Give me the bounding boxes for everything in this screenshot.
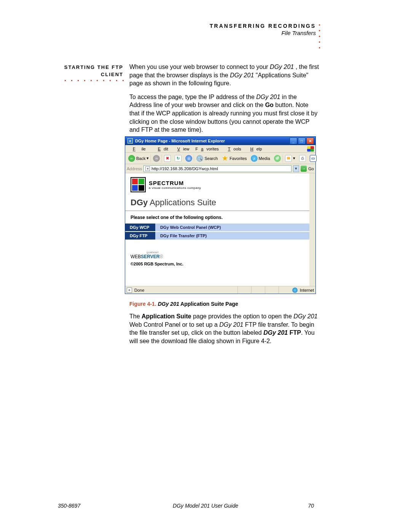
media-icon: ♪	[251, 155, 258, 162]
history-button[interactable]: ↺	[272, 154, 283, 163]
refresh-icon: ↻	[175, 155, 182, 162]
paragraph-3: The Application Suite page provides the …	[129, 312, 320, 345]
page-favicon: e	[145, 166, 150, 171]
home-icon: ⌂	[185, 155, 192, 162]
toolbar: ←Back ▾ → ✖ ↻ ⌂ 🔍Search ★Favorites ♪Medi…	[125, 153, 315, 164]
menu-tools[interactable]: Tools	[222, 147, 244, 151]
address-bar: Address e http://192.168.35.208/DGYwcp.h…	[125, 164, 315, 173]
figure-caption: Figure 4-1. DGy 201 Application Suite Pa…	[129, 301, 238, 307]
logo-text: SPECTRUM	[149, 180, 201, 186]
footer-page-number: 70	[308, 503, 314, 509]
close-button[interactable]: ✕	[306, 137, 314, 144]
favorites-button[interactable]: ★Favorites	[220, 154, 248, 163]
prompt-text: Please select one of the following optio…	[125, 215, 309, 223]
address-dropdown[interactable]: ▾	[293, 165, 299, 172]
media-button[interactable]: ♪Media	[249, 154, 272, 163]
wcp-link[interactable]: DGy WCP	[125, 224, 156, 231]
option-row-ftp: DGy FTP DGy File Transfer (FTP)	[125, 232, 309, 240]
webserver-badge: goahead WEBSERVER®	[125, 240, 309, 259]
menu-favorites[interactable]: Favorites	[193, 147, 222, 151]
ie-logo-icon: e	[127, 138, 133, 144]
margin-heading: STARTING THE FTP CLIENT	[60, 64, 123, 78]
menu-edit[interactable]: Edit	[152, 147, 171, 151]
page-footer: 350-8697 DGy Model 201 User Guide 70	[0, 503, 411, 509]
header-section: File Transfers	[281, 30, 316, 36]
window-title: DGy Home Page - Microsoft Internet Explo…	[135, 139, 290, 143]
maximize-button[interactable]: □	[298, 137, 306, 144]
window-titlebar[interactable]: e DGy Home Page - Microsoft Internet Exp…	[125, 137, 315, 145]
paragraph-2: To access the page, type the IP address …	[129, 93, 320, 134]
minimize-button[interactable]: _	[290, 137, 297, 144]
back-button[interactable]: ←Back ▾	[127, 154, 151, 163]
address-label: Address	[127, 166, 142, 171]
status-bar: e Done Internet	[125, 286, 315, 294]
internet-zone-icon	[292, 288, 298, 293]
edit-icon: ▭	[310, 155, 317, 162]
mail-button[interactable]: ✉▾	[284, 154, 297, 163]
forward-icon: →	[153, 155, 160, 162]
edit-button[interactable]: ▭	[308, 154, 318, 163]
ftp-desc: DGy File Transfer (FTP)	[156, 232, 211, 240]
wcp-desc: DGy Web Control Panel (WCP)	[156, 224, 225, 231]
print-button[interactable]: ⎙	[298, 154, 307, 163]
copyright-text: ©2005 RGB Spectrum, Inc.	[125, 259, 309, 266]
menubar: File Edit View Favorites Tools Help	[125, 145, 315, 153]
logo-tagline: a visual communications company	[149, 186, 201, 190]
back-icon: ←	[128, 155, 135, 162]
document-page: TRANSFERRING RECORDINGS File Transfers S…	[0, 0, 411, 532]
history-icon: ↺	[274, 155, 281, 162]
screenshot-ie-window: e DGy Home Page - Microsoft Internet Exp…	[125, 136, 316, 294]
menu-view[interactable]: View	[171, 147, 193, 151]
paragraph-1: When you use your web browser to connect…	[129, 63, 320, 88]
home-button[interactable]: ⌂	[184, 154, 194, 163]
status-zone: Internet	[300, 288, 314, 292]
footer-left: 350-8697	[58, 503, 80, 509]
menu-file[interactable]: File	[127, 147, 152, 151]
ftp-link[interactable]: DGy FTP	[125, 232, 156, 240]
decorative-dots-horizontal	[65, 80, 124, 81]
menu-help[interactable]: Help	[244, 147, 265, 151]
rgb-logo-icon	[131, 177, 146, 192]
page-status-icon: e	[127, 288, 132, 293]
go-button[interactable]: → Go	[301, 166, 314, 172]
app-suite-title: DGy Applications Suite	[125, 195, 309, 209]
refresh-button[interactable]: ↻	[173, 154, 183, 163]
address-field[interactable]: e http://192.168.35.208/DGYwcp.html	[143, 165, 292, 172]
body-text-2: The Application Suite page provides the …	[129, 312, 320, 345]
windows-flag-icon	[307, 146, 314, 152]
decorative-dots-vertical	[319, 24, 320, 53]
status-done: Done	[134, 288, 144, 292]
divider	[125, 211, 309, 211]
page-viewport: SPECTRUM a visual communications company…	[125, 173, 315, 286]
address-url: http://192.168.35.208/DGYwcp.html	[151, 166, 218, 171]
search-icon: 🔍	[196, 155, 203, 162]
forward-button[interactable]: →	[151, 154, 162, 163]
go-icon: →	[301, 166, 307, 172]
margin-heading-line1: STARTING THE FTP	[64, 64, 123, 70]
print-icon: ⎙	[299, 155, 306, 162]
stop-icon: ✖	[164, 155, 171, 162]
star-icon: ★	[221, 155, 228, 162]
margin-heading-line2: CLIENT	[101, 72, 123, 77]
search-button[interactable]: 🔍Search	[195, 154, 219, 163]
body-text: When you use your web browser to connect…	[129, 63, 320, 139]
mail-icon: ✉	[285, 155, 292, 162]
option-row-wcp: DGy WCP DGy Web Control Panel (WCP)	[125, 223, 309, 232]
window-controls: _ □ ✕	[290, 137, 314, 144]
rgb-spectrum-logo: SPECTRUM a visual communications company	[125, 173, 309, 195]
goahead-label: goahead	[131, 251, 309, 254]
header-chapter: TRANSFERRING RECORDINGS	[210, 23, 316, 29]
stop-button[interactable]: ✖	[162, 154, 172, 163]
